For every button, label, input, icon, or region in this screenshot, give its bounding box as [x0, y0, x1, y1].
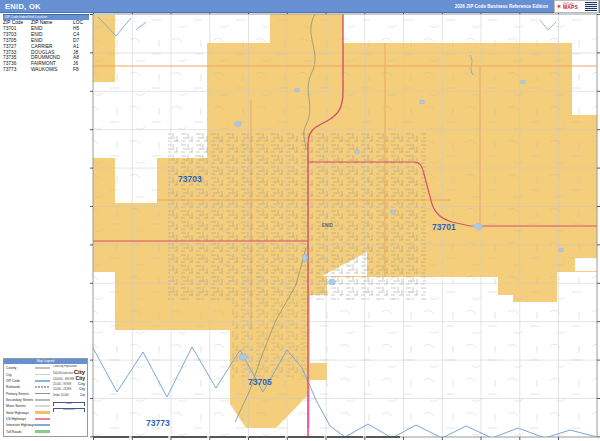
- secondary-street-symbol: [35, 399, 50, 401]
- city-streets-texture-south: [232, 300, 308, 378]
- map-legend: Map Legend County City ZIP Code Railroad…: [3, 358, 88, 437]
- zip-label-73701: 73701: [432, 222, 456, 232]
- scale-bar-miles: Miles: [53, 402, 85, 406]
- legend-cities-column: Cities by Population 500,000 and overCit…: [50, 365, 85, 435]
- city-size-row: Under 10,000City: [53, 393, 85, 399]
- logo-badge: [585, 2, 597, 11]
- zip-label-73703: 73703: [178, 174, 202, 184]
- zip-label-73705: 73705: [248, 377, 272, 387]
- table-row: 73773 WAUKOMIS F8: [3, 67, 89, 73]
- publisher-logo: ✶ ZipCode MAPS: [554, 0, 599, 13]
- minor-street-symbol: [35, 405, 50, 407]
- scale-bar-kilometers: Kilometers: [53, 408, 85, 412]
- page-title: ENID, OK: [5, 2, 41, 11]
- zip-boundary-symbol: [35, 380, 50, 382]
- edition-subtitle: 2026 ZIP Code Business Reference Edition: [455, 4, 548, 9]
- legend-symbols-column: County City ZIP Code Railroads Primary S…: [6, 365, 50, 435]
- county-line-symbol: [35, 367, 50, 369]
- logo-main-text: MAPS: [563, 5, 578, 10]
- zip-label-73773: 73773: [146, 418, 170, 428]
- header-bar: ENID, OK 2026 ZIP Code Business Referenc…: [0, 0, 600, 13]
- zip-index-table: ZIP Code Index/Grid Location ZIP Code ZI…: [3, 14, 89, 73]
- city-label-enid: ENID: [322, 223, 334, 228]
- legend-item: Toll Roads: [6, 428, 50, 434]
- toll-road-symbol: [35, 430, 50, 432]
- city-line-symbol: [35, 374, 50, 376]
- railroad-symbol: [35, 386, 50, 388]
- city-streets-texture: [168, 132, 426, 300]
- star-icon: ✶: [556, 3, 562, 10]
- us-highway-symbol: [35, 418, 50, 420]
- primary-street-symbol: [35, 393, 50, 395]
- interstate-symbol: [35, 424, 50, 426]
- state-highway-symbol: [35, 411, 50, 413]
- map-canvas: 73703 73701 73705 73773 ENID: [0, 0, 600, 441]
